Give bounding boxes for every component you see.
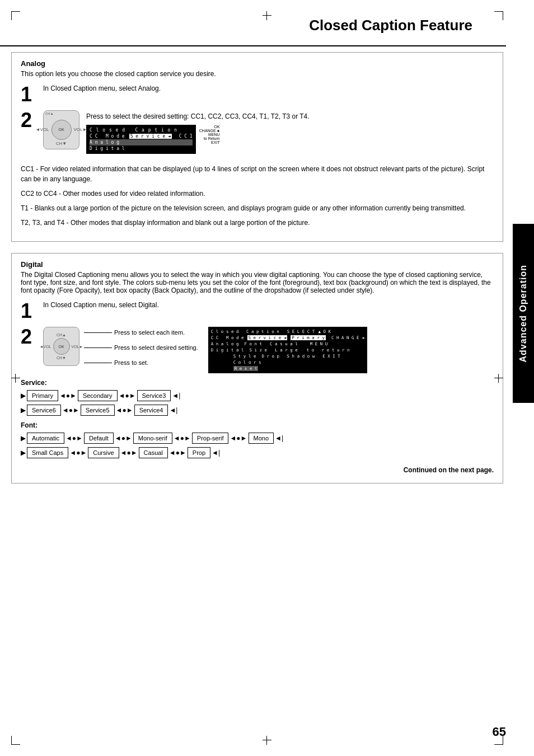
digital-description: The Digital Closed Captioning menu allow… (21, 271, 494, 294)
analog-remote-graphic: CH▲ ◄VOL OK VOL► CH▼ (43, 110, 79, 149)
service-row1-start-arrow: ▶ (21, 392, 26, 400)
remote-ok-button: OK (51, 120, 72, 140)
press-select-line (84, 332, 112, 333)
font-arrow6: ◄●► (119, 449, 139, 457)
analog-step2-row: 2 CH▲ ◄VOL OK VOL► CH▼ Press to se (21, 110, 494, 158)
digital-osd-menu: C l o s e d C a p t i o n S E L E C T ▲ … (208, 327, 367, 373)
font-arrow2: ◄●► (114, 434, 133, 442)
font-prop: Prop (188, 447, 210, 458)
analog-step2-content: Press to select the desired setting: CC1… (86, 110, 310, 158)
font-cursive: Cursive (88, 447, 119, 458)
service-arrow4: ◄●► (115, 406, 134, 414)
service-primary: Primary (27, 390, 58, 401)
remote-ch-up: CH▲ (45, 112, 54, 115)
digital-osd-analog-row: A n a l o g F o n t C a s u a l M E N U (211, 341, 364, 347)
digital-style: S t y l e (233, 354, 256, 359)
osd-row-title: C l o s e d C a p t i o n (90, 127, 193, 133)
press-select-text: Press to select each item. (114, 329, 185, 336)
digital-title: Digital (21, 260, 494, 269)
digital-exit-btn: E X I T (322, 354, 340, 359)
digital-analog-item: A n a l o g (211, 341, 239, 346)
service-row2: ▶ Service6 ◄●► Service5 ◄●► Service4 ◄| (21, 405, 494, 416)
digital-osd-wrapper: C l o s e d C a p t i o n S E L E C T ▲ … (208, 327, 367, 373)
digital-remote-graphic: CH▲ ◄VOL OK VOL► CH▼ (43, 327, 79, 366)
side-tab: Advanced Operation (513, 224, 534, 403)
digital-step2-number: 2 (21, 327, 36, 347)
font-automatic: Automatic (27, 433, 64, 444)
digital-step1-row: 1 In Closed Caption menu, select Digital… (21, 301, 494, 321)
font-arrow1: ◄●► (64, 434, 84, 442)
digital-menu-btn: M E N U (310, 341, 328, 346)
osd-buttons-area: OK CHANGE◄ MENU to Return EXIT (199, 125, 220, 144)
digital-digital-item: D i g i t a l (211, 348, 244, 353)
osd-exit-btn: EXIT (211, 140, 220, 144)
digital-osd-title-row: C l o s e d C a p t i o n S E L E C T ▲ … (211, 328, 364, 335)
corner-mark-tl (11, 11, 20, 20)
service-service4: Service4 (134, 405, 168, 416)
digital-press-labels: Press to select each item. Press to sele… (84, 327, 198, 366)
cross-mark-bottom (263, 736, 271, 745)
digital-service-hl: S e r v i c e ◄ (247, 335, 288, 340)
press-desired-text: Press to select desired setting. (114, 344, 198, 351)
font-label: Font: (21, 421, 494, 429)
osd-menu-btn: MENU (208, 133, 220, 137)
font-row2-end-arrow: ◄| (212, 449, 220, 457)
font-arrow5: ◄●► (68, 449, 88, 457)
analog-info1: CC1 - For video related information that… (21, 164, 494, 184)
press-select-label: Press to select each item. (84, 329, 198, 336)
osd-digital-item: D i g i t a l (90, 146, 125, 151)
analog-step1-row: 1 In Closed Caption menu, select Analog. (21, 84, 494, 105)
digital-osd-digital-row: D i g i t a l S i z e L a r g e t o r e … (211, 347, 364, 353)
font-default: Default (84, 433, 114, 444)
font-row1: ▶ Automatic ◄●► Default ◄●► Mono-serif ◄… (21, 433, 494, 444)
analog-osd-menu: C l o s e d C a p t i o n C C M o d e S … (86, 125, 196, 154)
font-smallcaps: Small Caps (27, 447, 68, 458)
font-nav-section: Font: ▶ Automatic ◄●► Default ◄●► Mono-s… (21, 421, 494, 458)
digital-reset: R e s e t (233, 366, 259, 371)
analog-osd-area: C l o s e d C a p t i o n C C M o d e S … (86, 125, 310, 154)
digital-ccmode: C C M o d e (211, 335, 244, 340)
service-row2-start-arrow: ▶ (21, 406, 26, 414)
analog-info2: CC2 to CC4 - Other modes used for video … (21, 189, 494, 199)
osd-row-ccmode: C C M o d e S e r v i c e ◄ C C 1 (90, 133, 193, 139)
digital-large: L a r g e (275, 348, 298, 353)
analog-step2-number: 2 (21, 110, 36, 130)
osd-title: C l o s e d C a p t i o n (90, 128, 177, 133)
font-monoseif: Mono-serif (133, 433, 172, 444)
analog-description: This option lets you choose the closed c… (21, 70, 494, 78)
osd-ccmode-label: C C M o d e (90, 134, 125, 139)
font-row2: ▶ Small Caps ◄●► Cursive ◄●► Casual ◄●► … (21, 447, 494, 458)
digital-osd-title: C l o s e d C a p t i o n (211, 329, 279, 334)
service-row1: ▶ Primary ◄●► Secondary ◄●► Service3 ◄| (21, 390, 494, 401)
osd-ok-btn: OK (214, 125, 220, 129)
digital-casual: C a s u a l (270, 341, 298, 346)
side-tab-label: Advanced Operation (518, 265, 528, 362)
analog-step1-number: 1 (21, 84, 36, 105)
digital-osd-ok: ▲ O K (318, 329, 331, 334)
font-propserif: Prop-serif (192, 433, 229, 444)
digital-section: Digital The Digital Closed Captioning me… (11, 253, 503, 483)
osd-cc1-value: C C 1 (176, 134, 193, 139)
analog-step2-text: Press to select the desired setting: CC1… (86, 112, 310, 120)
font-row1-end-arrow: ◄| (275, 434, 283, 442)
analog-info3: T1 - Blanks out a large portion of the p… (21, 203, 494, 213)
remote-vol-label: ◄VOL (36, 127, 49, 132)
cross-mark-left (11, 374, 20, 383)
analog-info4: T2, T3, and T4 - Other modes that displa… (21, 218, 494, 228)
corner-mark-tr (494, 11, 503, 20)
service-row2-end-arrow: ◄| (169, 406, 177, 414)
press-set-line (84, 363, 112, 363)
analog-section: Analog This option lets you choose the c… (11, 52, 503, 242)
press-desired-line (84, 348, 112, 348)
font-mono: Mono (249, 433, 274, 444)
font-row1-start-arrow: ▶ (21, 434, 26, 442)
service-label: Service: (21, 379, 494, 387)
digital-osd-ccmode-row: C C M o d e S e r v i c e ◄ P r i m a r … (211, 335, 364, 341)
service-row1-end-arrow: ◄| (172, 392, 180, 400)
service-arrow1: ◄●► (58, 392, 78, 400)
font-row2-start-arrow: ▶ (21, 449, 26, 457)
analog-step1-content: In Closed Caption menu, select Analog. (43, 84, 494, 92)
press-desired-label: Press to select desired setting. (84, 344, 198, 351)
font-arrow7: ◄●► (168, 449, 188, 457)
osd-row-analog: A n a l o g (90, 139, 193, 145)
